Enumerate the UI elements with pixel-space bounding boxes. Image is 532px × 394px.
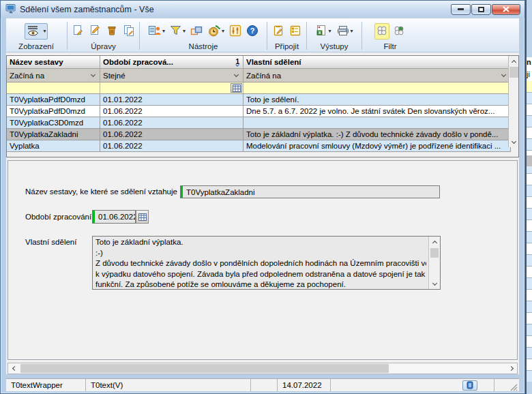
background-window-filter-row [527, 81, 532, 93]
chevron-down-icon: ▾ [162, 29, 165, 34]
scroll-down-button[interactable] [429, 279, 440, 289]
background-window-header-fragment: n [527, 57, 532, 67]
attach-note-button[interactable] [271, 23, 286, 40]
filter-input-obdobi[interactable] [100, 82, 243, 94]
help-button[interactable]: ? [245, 23, 260, 40]
scroll-up-button[interactable] [429, 237, 440, 247]
new-record-button[interactable] [70, 23, 85, 40]
period-field[interactable]: 01.06.2022 [92, 210, 136, 224]
status-date-cell: 14.07.2022 [278, 379, 331, 391]
restore-icon [478, 7, 484, 12]
scrollbar-thumb[interactable] [509, 67, 518, 78]
filter-input-nazev[interactable] [7, 82, 100, 94]
filter-input-sdeleni[interactable] [243, 82, 511, 94]
background-window-rows [527, 93, 532, 382]
toolbar-group-label: Nástroje [141, 42, 266, 52]
detail-form: Název sestavy, ke které se sdělení vztah… [8, 160, 518, 360]
chevron-right-icon [508, 366, 513, 371]
grid-vertical-scrollbar[interactable] [508, 56, 518, 147]
excel-icon: x [315, 25, 327, 38]
period-calendar-button[interactable] [136, 210, 149, 224]
background-window-filter-fragment: ji [527, 67, 532, 81]
chevron-down-icon [432, 281, 437, 286]
filter-operator-row: Začíná na Stejné Začíná na [7, 69, 511, 82]
delete-record-button[interactable] [104, 23, 119, 40]
scroll-left-button[interactable] [8, 363, 19, 374]
calendar-grid-icon [233, 85, 241, 92]
chevron-down-icon [234, 72, 239, 77]
report-name-field[interactable]: T0VyplatkaZakladni [180, 185, 440, 198]
filter-op-sdeleni[interactable]: Začíná na [243, 69, 511, 82]
attach-list-button[interactable] [288, 23, 303, 40]
toolbar-group-label: Filtr [363, 42, 417, 52]
new-record-icon [72, 25, 84, 38]
link-records-button[interactable] [189, 24, 204, 39]
history-button[interactable]: ▾ [206, 23, 226, 40]
column-header-sdeleni[interactable]: Vlastní sdělení [243, 56, 511, 69]
filter-op-nazev[interactable]: Začíná na [7, 69, 100, 82]
attach-note-icon [272, 25, 284, 38]
panel-icon [467, 381, 473, 389]
horizontal-scrollbar[interactable] [8, 363, 518, 374]
scrollbar-thumb[interactable] [430, 248, 439, 258]
message-label: Vlastní sdělení [25, 238, 76, 246]
filter-op-obdobi[interactable]: Stejné [100, 69, 243, 82]
chevron-down-icon: ▾ [222, 29, 224, 34]
minimize-button[interactable] [451, 4, 471, 15]
view-button[interactable]: ▾ [25, 23, 47, 40]
link-squares-icon [190, 25, 203, 37]
scrollbar-thumb[interactable] [20, 364, 389, 373]
toolbar-group-pripojit: Připojit [268, 20, 306, 52]
chevron-down-icon: ▾ [328, 29, 331, 34]
table-row[interactable]: T0VyplatkaPdfD0mzd 01.01.2022 Toto je sd… [7, 94, 511, 106]
copy-record-button[interactable] [121, 23, 136, 40]
export-excel-button[interactable]: x▾ [314, 23, 332, 40]
scroll-up-button[interactable] [509, 56, 518, 66]
window-content: ▾ Zobrazení Úpravy ▾ ▾ [6, 18, 519, 391]
table-row-selected[interactable]: T0VyplatkaZakladni 01.06.2022 Toto je zá… [7, 129, 511, 140]
toolbar-group-zobrazeni: ▾ Zobrazení [6, 20, 66, 52]
table-row[interactable]: T0VyplatkaPdfD0mzd 01.06.2022 Dne 5.7. a… [7, 106, 511, 117]
table-row[interactable]: T0VyplatkaC3D0mzd 01.06.2022 [7, 117, 511, 129]
status-bar: T0textWrapper T0text(V) 14.07.2022 [6, 378, 519, 391]
print-button[interactable]: ▾ [335, 23, 355, 40]
status-empty-cell [251, 379, 278, 391]
toolbar-group-nastroje: ▾ ▾ ▾ ? Nástroje [141, 20, 266, 52]
toolbar-separator [306, 22, 307, 50]
printer-icon [336, 25, 350, 38]
filter-on-button[interactable] [374, 23, 389, 40]
date-picker-button[interactable] [231, 83, 242, 93]
sliders-icon [229, 25, 241, 38]
filter-input-row [7, 82, 511, 94]
history-clock-icon [207, 25, 221, 38]
restore-button[interactable] [471, 4, 491, 15]
trash-icon [106, 25, 118, 38]
close-button[interactable] [492, 4, 520, 15]
background-window-sliver: n ji [525, 0, 532, 394]
title-bar[interactable]: Sdělení všem zaměstnancům - Vše [1, 1, 524, 18]
toolbar-group-upravy: Úpravy [68, 20, 138, 52]
scroll-down-button[interactable] [509, 137, 518, 147]
toolbar-group-label: Zobrazení [6, 42, 66, 52]
resize-grip[interactable] [510, 384, 518, 391]
clover-filter-off-icon [393, 25, 405, 38]
table-row[interactable]: Vyplatka 01.06.2022 Modelování pracovní … [7, 140, 511, 152]
status-panel-button[interactable] [462, 380, 477, 391]
records-grid: Název sestavy Období zpracová... 1 Vlast… [6, 55, 519, 157]
copy-icon [123, 25, 135, 38]
toolbar-group-label: Úpravy [68, 42, 138, 52]
filter-funnel-button[interactable]: ▾ [168, 24, 187, 39]
settings-button[interactable] [228, 23, 243, 40]
eye-view-icon [26, 25, 42, 38]
close-icon [503, 6, 509, 12]
scroll-right-button[interactable] [506, 363, 517, 374]
svg-text:?: ? [250, 27, 255, 35]
column-header-nazev[interactable]: Název sestavy [7, 56, 100, 69]
chevron-down-icon [511, 139, 516, 144]
column-header-obdobi[interactable]: Období zpracová... 1 [100, 56, 243, 69]
filter-off-button[interactable] [391, 23, 407, 40]
message-textarea[interactable]: Toto je základní výplatka. :-) Z důvodu … [92, 236, 441, 290]
edit-record-button[interactable] [87, 23, 102, 40]
textarea-scrollbar[interactable] [428, 237, 440, 289]
sort-merge-button[interactable]: ▾ [147, 23, 166, 40]
